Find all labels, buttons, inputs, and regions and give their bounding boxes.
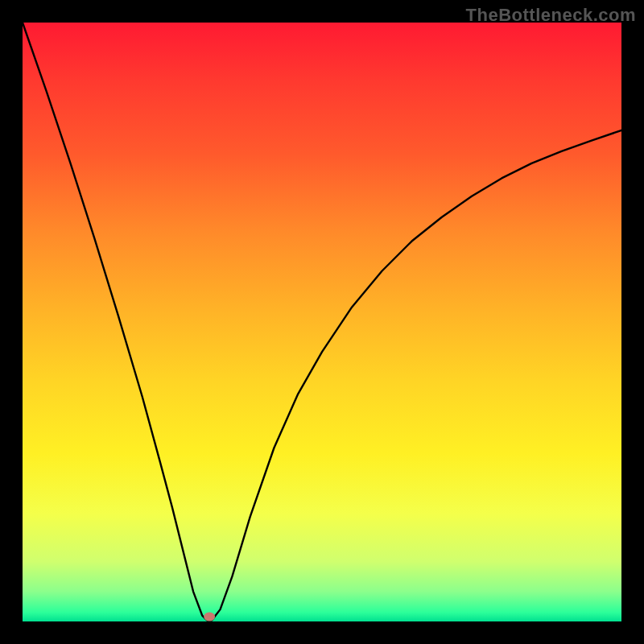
min-marker [204, 613, 215, 621]
watermark-text: TheBottleneck.com [466, 5, 636, 26]
chart-canvas [23, 23, 621, 621]
plot-area [23, 23, 621, 621]
gradient-background [23, 23, 621, 621]
chart-frame: TheBottleneck.com [0, 0, 644, 644]
